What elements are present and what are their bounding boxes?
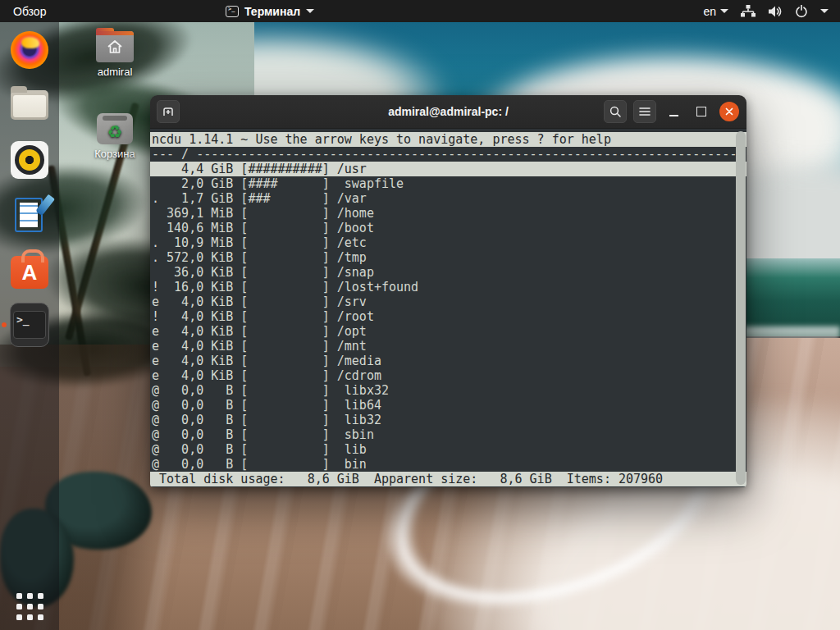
recycle-symbol-icon: ♻ <box>107 123 123 140</box>
ncdu-row[interactable]: @ 0,0 B [ ] lib32 <box>150 413 746 427</box>
rhythmbox-icon <box>11 141 48 179</box>
ncdu-path-line: --- / ----------------------------------… <box>150 147 746 162</box>
dock-item-libreoffice-writer[interactable] <box>10 195 49 235</box>
ncdu-row[interactable]: @ 0,0 B [ ] lib64 <box>150 398 746 413</box>
ncdu-row[interactable]: 36,0 KiB [ ] /snap <box>150 265 746 280</box>
menu-button[interactable] <box>633 100 656 123</box>
desktop-icon-home[interactable]: admiral <box>85 31 144 78</box>
ncdu-row[interactable]: 140,6 MiB [ ] /boot <box>150 221 746 235</box>
focused-app-menu[interactable]: Терминал <box>226 5 314 18</box>
dock-item-files[interactable] <box>10 85 49 125</box>
ncdu-row[interactable]: . 10,9 MiB [ ] /etc <box>150 235 746 250</box>
home-folder-icon <box>96 31 134 62</box>
desktop-icon-trash[interactable]: ♻ Корзина <box>85 113 144 160</box>
close-icon <box>719 102 739 121</box>
dock: A >_ <box>0 22 59 630</box>
chevron-down-icon <box>720 9 728 13</box>
close-button[interactable] <box>719 101 740 122</box>
desktop-icon-label: admiral <box>98 66 133 78</box>
ncdu-row[interactable]: @ 0,0 B [ ] lib <box>150 442 746 457</box>
dock-item-ubuntu-software[interactable]: A <box>10 250 49 290</box>
desktop-icon-label: Корзина <box>94 148 135 160</box>
ncdu-row[interactable]: e 4,0 KiB [ ] /srv <box>150 294 746 309</box>
terminal-scrollbar[interactable] <box>736 131 746 485</box>
minimize-button[interactable] <box>663 101 684 122</box>
window-title: admiral@admiral-pc: / <box>388 105 509 118</box>
firefox-icon <box>11 31 48 69</box>
desktop: Обзор Терминал en <box>0 0 840 630</box>
activities-button[interactable]: Обзор <box>0 0 59 22</box>
maximize-button[interactable] <box>691 101 712 122</box>
new-tab-button[interactable] <box>157 100 180 123</box>
ncdu-row[interactable]: e 4,0 KiB [ ] /cdrom <box>150 368 746 383</box>
dock-item-terminal[interactable]: >_ <box>10 305 49 345</box>
ncdu-row[interactable]: ! 16,0 KiB [ ] /lost+found <box>150 280 746 294</box>
ncdu-row[interactable]: e 4,0 KiB [ ] /opt <box>150 324 746 339</box>
libreoffice-writer-icon <box>11 196 48 234</box>
trash-icon: ♻ <box>97 113 133 144</box>
chevron-down-icon <box>306 9 314 13</box>
ncdu-row[interactable]: . 572,0 KiB [ ] /tmp <box>150 250 746 265</box>
window-titlebar[interactable]: admiral@admiral-pc: / <box>150 95 746 129</box>
show-applications-button[interactable] <box>16 593 43 620</box>
ncdu-row[interactable]: ! 4,0 KiB [ ] /root <box>150 309 746 324</box>
keyboard-layout-indicator[interactable]: en <box>703 5 728 18</box>
power-icon[interactable] <box>795 5 808 18</box>
running-indicator-dot <box>2 322 7 327</box>
search-button[interactable] <box>604 100 627 123</box>
terminal-window: admiral@admiral-pc: / <box>150 95 746 487</box>
dock-item-firefox[interactable] <box>10 30 49 70</box>
system-menu-chevron-icon[interactable] <box>820 9 829 13</box>
focused-app-name: Терминал <box>244 5 300 18</box>
gnome-top-bar: Обзор Терминал en <box>0 0 840 22</box>
language-code: en <box>703 5 716 18</box>
ncdu-row[interactable]: 369,1 MiB [ ] /home <box>150 206 746 221</box>
ncdu-row[interactable]: @ 0,0 B [ ] bin <box>150 457 746 472</box>
dock-item-rhythmbox[interactable] <box>10 140 49 180</box>
terminal-app-icon <box>226 6 239 17</box>
network-icon[interactable] <box>741 5 756 17</box>
ncdu-file-list: 4,4 GiB [##########] /usr 2,0 GiB [#### … <box>150 162 746 472</box>
ncdu-row[interactable]: @ 0,0 B [ ] sbin <box>150 427 746 442</box>
terminal-screen[interactable]: ncdu 1.14.1 ~ Use the arrow keys to navi… <box>150 129 746 487</box>
ncdu-row[interactable]: . 1,7 GiB [### ] /var <box>150 191 746 206</box>
ubuntu-software-icon: A <box>11 256 48 289</box>
volume-icon[interactable] <box>768 5 783 18</box>
ncdu-footer: Total disk usage: 8,6 GiB Apparent size:… <box>150 472 746 486</box>
ncdu-row[interactable]: @ 0,0 B [ ] libx32 <box>150 383 746 398</box>
terminal-icon: >_ <box>10 303 49 347</box>
ncdu-header: ncdu 1.14.1 ~ Use the arrow keys to navi… <box>150 132 746 147</box>
ncdu-row[interactable]: 2,0 GiB [#### ] swapfile <box>150 176 746 191</box>
ncdu-row[interactable]: e 4,0 KiB [ ] /media <box>150 354 746 368</box>
ncdu-row[interactable]: 4,4 GiB [##########] /usr <box>150 162 746 176</box>
files-icon <box>11 90 48 120</box>
ncdu-row[interactable]: e 4,0 KiB [ ] /mnt <box>150 339 746 354</box>
